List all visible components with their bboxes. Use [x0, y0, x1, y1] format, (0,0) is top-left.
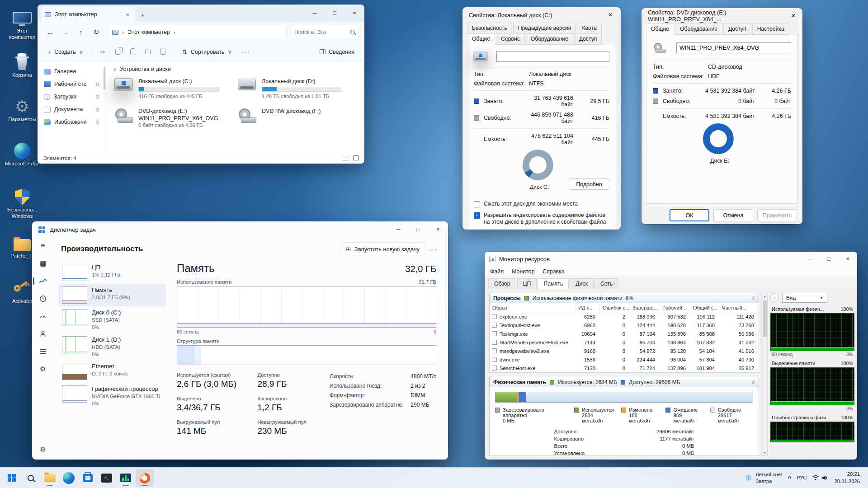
row-checkbox[interactable]	[492, 314, 497, 319]
processes-section-header[interactable]: Процессы Использование физической памяти…	[489, 293, 759, 303]
more-options-button[interactable]: ···	[425, 245, 441, 253]
maximize-button[interactable]: □	[819, 252, 838, 266]
volume-label-input[interactable]	[496, 51, 609, 62]
table-row[interactable]: msedgewebview2.exe 9160054 97295 12054 1…	[490, 347, 759, 355]
settings-gear-icon[interactable]: ⚙	[37, 444, 49, 455]
startup-apps-icon[interactable]	[37, 311, 49, 322]
sidebar-item-memory[interactable]: Память2,8/31,7 ГБ (9%)	[58, 284, 166, 306]
up-button[interactable]: ↑	[74, 25, 88, 39]
scroll-down-arrow[interactable]: ▼	[762, 450, 767, 455]
compress-checkbox-row[interactable]: Сжать этот диск для экономии места	[474, 201, 609, 208]
close-button[interactable]: ×	[344, 5, 364, 21]
details-pane-button[interactable]: Сведения	[315, 46, 359, 58]
desktop-icon-this-pc[interactable]: Этот компьютер	[4, 8, 41, 41]
breadcrumb[interactable]: Этот компьютер	[127, 29, 170, 35]
more-options-button[interactable]: ···	[237, 46, 255, 58]
drive-item-d[interactable]: Локальный диск (D:) 1,48 ТБ свободно из …	[236, 78, 360, 100]
column-header[interactable]: Рабочий...	[660, 303, 690, 312]
large-icons-view-icon[interactable]	[353, 155, 359, 160]
sidebar-item-gallery[interactable]: Галерея	[40, 65, 103, 78]
tab-cpu[interactable]: ЦП	[517, 278, 537, 289]
menu-help[interactable]: Справка	[542, 268, 564, 275]
language-indicator[interactable]: РУС	[797, 475, 807, 481]
performance-icon[interactable]	[37, 276, 49, 286]
taskbar-edge-button[interactable]	[60, 469, 78, 487]
section-devices-and-drives[interactable]: ∨Устройства и диски	[113, 66, 360, 72]
resmon-title-bar[interactable]: Монитор ресурсов ─ □ ×	[485, 252, 857, 266]
search-box[interactable]	[290, 25, 359, 39]
sidebar-item-pictures[interactable]: Изображени	[40, 116, 103, 128]
table-row[interactable]: StartMenuExperienceHost.exe 7144085 7041…	[490, 338, 759, 347]
view-dropdown[interactable]: Вид▼	[782, 293, 827, 303]
scrollbar-thumb[interactable]	[763, 300, 767, 337]
processes-icon[interactable]: ▦	[37, 258, 49, 269]
desktop-icon-windows-security[interactable]: Безопасно... Windows	[4, 187, 41, 220]
tab-hardware[interactable]: Оборудование	[526, 33, 573, 45]
minimize-button[interactable]: ─	[388, 221, 408, 237]
network-icon[interactable]	[812, 475, 819, 481]
minimize-button[interactable]: ─	[305, 5, 325, 21]
sidebar-item-documents[interactable]: Документы	[40, 103, 103, 116]
desktop-icon-settings[interactable]: ⚙ Параметры	[4, 97, 41, 123]
column-header[interactable]: Заверше...	[630, 303, 660, 312]
drive-item-e[interactable]: DVD-дисковод (E:) WIN11_PRO_PREV_X64_OVG…	[113, 108, 236, 129]
close-button[interactable]: ×	[838, 252, 857, 266]
checkbox-unchecked[interactable]	[474, 201, 480, 207]
table-row[interactable]: explorer.exe 62802188 996307 532196 1121…	[490, 312, 759, 321]
collapse-chevron-icon[interactable]: ∧	[752, 296, 755, 300]
tab-general[interactable]: Общие	[646, 23, 674, 35]
sidebar-item-gpu[interactable]: Графический процессорNVIDIA GeForce GTX …	[58, 383, 166, 410]
table-row[interactable]: Taskmgr.exe 10604087 104135 89685 50850 …	[490, 329, 759, 338]
cancel-button[interactable]: Отмена	[713, 209, 753, 221]
taskbar-explorer-button[interactable]	[41, 469, 59, 487]
dialog-title-bar[interactable]: Свойства: DVD-дисковод (E:) WIN11_PRO_PR…	[642, 8, 802, 23]
close-button[interactable]: ×	[784, 8, 802, 23]
address-bar[interactable]: › Этот компьютер ›	[107, 25, 287, 39]
ok-button[interactable]: ОК	[670, 209, 709, 221]
row-checkbox[interactable]	[492, 366, 497, 371]
forward-button[interactable]: →	[58, 25, 73, 39]
volume-icon[interactable]	[822, 475, 829, 481]
table-row[interactable]: dwm.exe 15560224 44498 00457 30440 700	[490, 355, 759, 364]
desktop-icon-edge[interactable]: Microsoft Edge	[4, 141, 41, 167]
tab-close-icon[interactable]: ×	[123, 11, 132, 18]
row-checkbox[interactable]	[492, 323, 497, 328]
services-icon[interactable]: ⚙	[37, 364, 49, 375]
dialog-title-bar[interactable]: Свойства: Локальный диск (C:) ×	[462, 7, 621, 23]
tab-customize[interactable]: Настройка	[752, 23, 789, 35]
sidebar-scrollbar[interactable]	[104, 67, 105, 89]
maximize-button[interactable]: □	[325, 5, 344, 21]
taskbar-search-button[interactable]	[22, 469, 40, 487]
share-button[interactable]	[141, 47, 155, 57]
app-history-icon[interactable]	[37, 293, 49, 304]
sidebar-item-ethernet[interactable]: EthernetО: 0 П: 0 кбит/с	[58, 360, 166, 383]
table-row[interactable]: SearchHost.exe 7120071 724137 896101 984…	[490, 364, 759, 372]
sidebar-item-disk1[interactable]: Диск 1 (D:)HDD (SATA)0%	[58, 333, 166, 361]
refresh-button[interactable]: ↻	[89, 25, 104, 39]
physical-memory-section-header[interactable]: Физическая память Используется: 2684 МБ …	[489, 377, 759, 387]
table-row[interactable]: TextInputHost.exe 69600124 444190 628117…	[490, 321, 759, 329]
apply-button[interactable]: Применить	[757, 209, 797, 221]
list-view-icon[interactable]	[343, 156, 349, 160]
close-button[interactable]: ×	[600, 7, 621, 23]
hidden-icons-chevron[interactable]: ^	[788, 474, 792, 481]
menu-file[interactable]: Файл	[490, 268, 504, 275]
weather-widget[interactable]: ❄ Легкий снегЗавтра	[745, 471, 783, 484]
system-tray[interactable]	[812, 475, 829, 481]
create-button[interactable]: +Создать∨	[43, 46, 88, 58]
taskbar-resource-monitor-button[interactable]	[136, 469, 154, 487]
row-checkbox[interactable]	[492, 331, 497, 336]
drive-item-c[interactable]: Локальный диск (C:) 416 ГБ свободно из 4…	[113, 78, 236, 100]
column-header[interactable]: ИД п...	[576, 303, 600, 312]
checkbox-checked[interactable]: ✓	[474, 212, 480, 219]
details-icon[interactable]	[37, 346, 49, 357]
row-checkbox[interactable]	[492, 357, 497, 362]
start-button[interactable]	[3, 469, 21, 487]
row-checkbox[interactable]	[492, 348, 497, 353]
cut-button[interactable]: ✂	[95, 46, 110, 58]
sidebar-item-downloads[interactable]: ↓Загрузки	[40, 90, 103, 103]
tab-tools[interactable]: Сервис	[496, 33, 525, 45]
tab-network[interactable]: Сеть	[594, 278, 618, 289]
search-input[interactable]	[294, 29, 348, 35]
new-tab-button[interactable]: +	[137, 9, 149, 20]
